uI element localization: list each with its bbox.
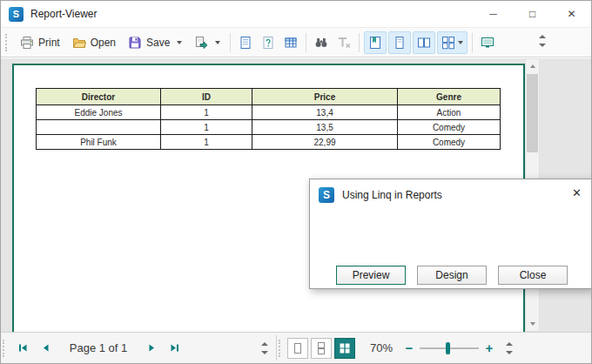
single-page-view-button[interactable]: [388, 31, 411, 54]
dialog-close-button[interactable]: ✕: [572, 186, 582, 199]
page-question-icon: [261, 36, 275, 50]
column-header-price: Price: [252, 89, 398, 105]
toolbar-separator: [230, 33, 231, 52]
statusbar-grip[interactable]: [3, 340, 6, 357]
view-multiple-pages-icon: [339, 342, 351, 354]
scroll-down-button[interactable]: [526, 317, 539, 331]
window-controls: ─ □ ✕: [474, 1, 591, 27]
scrollbar-thumb[interactable]: [527, 74, 538, 152]
print-button[interactable]: Print: [14, 32, 66, 53]
page-question-button[interactable]: [258, 32, 279, 53]
export-icon: [194, 36, 208, 50]
toolbar-separator: [359, 33, 360, 52]
toolbar-scroll-up-icon[interactable]: [539, 35, 546, 38]
report-viewer-window: S Report-Viewer ─ □ ✕ Print Open: [0, 0, 592, 364]
save-label: Save: [146, 37, 170, 49]
continuous-view-button[interactable]: [413, 31, 435, 54]
scroll-up-icon: [530, 64, 535, 68]
toolbar-scroll-spinner: [539, 35, 546, 47]
table-cell: 22,99: [252, 135, 398, 150]
table-cell: Phil Funk: [37, 135, 161, 150]
toolbar-grip[interactable]: [5, 34, 9, 51]
print-label: Print: [38, 37, 60, 49]
statusbar: Page 1 of 1: [1, 332, 591, 363]
table-cell: 13,4: [252, 105, 398, 120]
page-info-label: Page 1 of 1: [57, 341, 140, 354]
report-table: Director ID Price Genre Eddie Jones 1 13…: [36, 88, 501, 150]
maximize-button[interactable]: □: [513, 1, 552, 27]
two-pages-icon: [417, 36, 431, 50]
table-cell: Comedy: [398, 135, 501, 150]
zoom-slider[interactable]: [420, 342, 479, 354]
dialog-titlebar: S Using Linq in Reports: [310, 179, 592, 211]
table-cell: Comedy: [398, 120, 501, 135]
view-continuous-icon: [315, 342, 327, 354]
view-single-page-button[interactable]: [287, 338, 308, 359]
full-screen-icon: [481, 36, 494, 50]
dialog-title: Using Linq in Reports: [342, 189, 442, 201]
zoom-panel-spinner: [506, 342, 513, 354]
toolbar-scroll-down-icon[interactable]: [539, 44, 546, 47]
table-row: Eddie Jones 1 13,4 Action: [37, 105, 501, 120]
nav-spinner-up-icon[interactable]: [261, 342, 268, 346]
printer-icon: [20, 36, 34, 50]
text-tools-button[interactable]: [333, 32, 354, 53]
bookmarks-view-button[interactable]: [364, 31, 387, 54]
previous-page-icon: [40, 342, 51, 354]
design-button[interactable]: Design: [417, 266, 487, 285]
last-page-button[interactable]: [163, 337, 185, 360]
table-cell: 13,5: [252, 120, 398, 135]
full-screen-button[interactable]: [477, 32, 498, 53]
dialog-logo-letter: S: [323, 189, 330, 201]
table-cell: 1: [161, 135, 252, 150]
page-setup-button[interactable]: [235, 32, 256, 53]
preview-button[interactable]: Preview: [336, 266, 406, 285]
editor-button[interactable]: [280, 32, 301, 53]
close-button[interactable]: ✕: [552, 1, 591, 27]
open-label: Open: [91, 37, 116, 49]
export-button[interactable]: [188, 32, 226, 53]
table-cell: Action: [398, 105, 501, 120]
zoom-slider-thumb[interactable]: [446, 342, 450, 354]
page-navigation-panel: Page 1 of 1: [1, 333, 276, 363]
bookmarks-icon: [368, 36, 382, 50]
multiple-pages-view-button[interactable]: [437, 31, 468, 54]
close-icon: ✕: [567, 8, 575, 20]
maximize-icon: □: [529, 8, 535, 20]
window-title: Report-Viewer: [30, 8, 97, 20]
zoom-spinner-up-icon[interactable]: [506, 342, 513, 346]
titlebar: S Report-Viewer ─ □ ✕: [1, 1, 591, 27]
scroll-down-icon: [530, 322, 535, 326]
open-button[interactable]: Open: [66, 32, 122, 53]
next-page-icon: [146, 342, 158, 354]
table-cell: Eddie Jones: [37, 105, 161, 120]
next-page-button[interactable]: [140, 337, 163, 360]
view-continuous-button[interactable]: [311, 338, 332, 359]
table-edit-icon: [284, 36, 298, 50]
page-setup-icon: [239, 36, 252, 50]
export-dropdown-caret-icon: [215, 41, 220, 44]
find-button[interactable]: [311, 32, 332, 53]
table-cell: [37, 120, 161, 135]
zoom-spinner-down-icon[interactable]: [506, 351, 513, 354]
zoom-out-button[interactable]: −: [401, 340, 417, 355]
toolbar-separator: [472, 33, 473, 52]
zoom-panel-grip[interactable]: [279, 340, 282, 357]
first-page-button[interactable]: [11, 337, 34, 360]
save-dropdown-caret-icon: [177, 41, 182, 44]
close-dialog-button[interactable]: Close: [498, 266, 568, 285]
last-page-icon: [169, 342, 180, 354]
scroll-up-button[interactable]: [526, 59, 539, 73]
zoom-in-button[interactable]: +: [481, 340, 497, 355]
open-folder-icon: [72, 36, 86, 50]
view-single-page-icon: [292, 342, 304, 354]
view-mode-dropdown-caret-icon: [458, 41, 463, 44]
nav-spinner-down-icon[interactable]: [261, 351, 268, 354]
minimize-button[interactable]: ─: [474, 1, 513, 27]
save-button[interactable]: Save: [122, 32, 188, 53]
column-header-genre: Genre: [398, 89, 501, 105]
save-icon: [128, 36, 142, 50]
previous-page-button[interactable]: [34, 337, 57, 360]
zoom-panel: 70% − +: [277, 333, 591, 363]
view-multiple-pages-button[interactable]: [334, 338, 355, 359]
